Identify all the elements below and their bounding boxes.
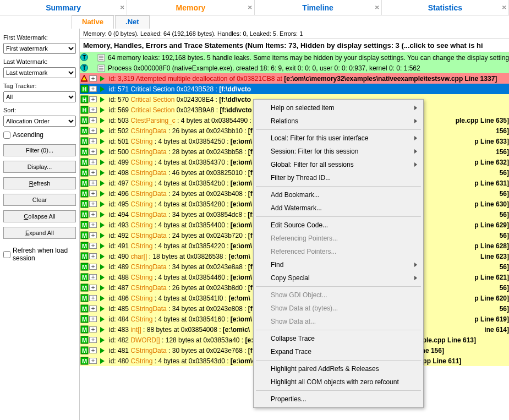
row-kind-icon: M (80, 294, 89, 303)
expand-toggle[interactable]: + (89, 358, 97, 364)
sort-select[interactable]: Allocation Order (3, 116, 76, 127)
row-text: id: 486 CString : 4 bytes at 0x038541f0 … (107, 294, 250, 302)
subtab-dotnet[interactable]: .Net (115, 15, 150, 29)
info-row[interactable]: T 64 memory leaks: 192,168 bytes. 5 hand… (80, 52, 509, 63)
expand-toggle[interactable]: + (89, 306, 97, 312)
expand-toggle[interactable]: + (89, 190, 97, 197)
expand-toggle[interactable]: + (89, 222, 97, 228)
collapse-all-button[interactable]: Collapse All (3, 210, 76, 222)
arrow-icon (98, 231, 107, 240)
expand-toggle[interactable]: + (89, 243, 97, 249)
expand-toggle[interactable]: + (89, 232, 97, 238)
expand-toggle[interactable]: + (89, 86, 97, 92)
display-button[interactable]: Display... (3, 161, 76, 173)
row-kind-icon: M (80, 189, 89, 198)
list-header[interactable]: Memory, Handles, Errors and Trace Statem… (80, 39, 509, 52)
menu-edit-source[interactable]: Edit Source Code... (255, 219, 422, 232)
close-icon[interactable]: ✕ (120, 4, 124, 10)
row-text: id: 491 CString : 4 bytes at 0x03854220 … (107, 242, 252, 250)
expand-toggle[interactable]: + (89, 170, 97, 176)
subtab-native[interactable]: Native (72, 15, 114, 29)
menu-copy-special[interactable]: Copy Special (255, 271, 422, 285)
row-text: id: 488 CString : 4 bytes at 0x03854460 … (107, 274, 252, 281)
filter-button[interactable]: Filter (0)... (3, 144, 76, 156)
expand-toggle[interactable]: + (89, 128, 97, 134)
row-text: id: 489 CStringData : 34 bytes at 0x0243… (107, 263, 255, 271)
svg-text:H: H (82, 86, 86, 92)
menu-expand-trace[interactable]: Expand Trace (255, 345, 422, 358)
menu-highlight-addrefs[interactable]: Highlight paired AddRefs & Releases (255, 362, 422, 375)
tab-memory[interactable]: Memory✕ (127, 0, 254, 15)
menu-separator (256, 186, 421, 187)
selected-row[interactable]: H + id: 571 Critical Section 0x0243B528 … (80, 84, 509, 94)
expand-toggle[interactable]: + (89, 316, 97, 322)
tab-summary[interactable]: Summary✕ (0, 0, 127, 15)
svg-text:M: M (81, 159, 86, 166)
refresh-load-checkbox[interactable] (3, 251, 10, 258)
row-kind-icon: M (80, 336, 89, 345)
menu-add-bookmark[interactable]: Add Bookmark... (255, 188, 422, 201)
arrow-icon (98, 74, 107, 83)
expand-toggle[interactable]: + (89, 264, 97, 270)
svg-text:M: M (81, 201, 86, 208)
menu-add-watermark[interactable]: Add Watermark... (255, 201, 422, 215)
clear-button[interactable]: Clear (3, 194, 76, 206)
expand-toggle[interactable]: + (89, 285, 97, 291)
menu-session-filter[interactable]: Session: Filter for this session (255, 145, 422, 158)
close-icon[interactable]: ✕ (502, 4, 506, 10)
ascending-checkbox[interactable] (3, 132, 10, 139)
row-kind-icon: M (80, 148, 89, 156)
info-row[interactable]: T Process 0x000008F0 (nativeExample.exe)… (80, 63, 509, 73)
row-kind-icon: M (80, 158, 89, 167)
menu-local-filter[interactable]: Local: Filter for this user interface (255, 132, 422, 145)
tag-tracker-select[interactable]: All (3, 91, 76, 102)
row-tail: 56] (500, 190, 509, 198)
row-kind-icon: H (80, 106, 89, 114)
arrow-icon (98, 242, 107, 250)
error-row[interactable]: + id: 3,319 Attempted multiple deallocat… (80, 73, 509, 84)
menu-properties[interactable]: Properties... (255, 392, 422, 406)
h-icon: H (80, 85, 89, 94)
expand-toggle[interactable]: + (89, 253, 97, 259)
expand-toggle[interactable]: + (89, 138, 97, 144)
expand-toggle[interactable]: + (89, 180, 97, 186)
top-tabs: Summary✕ Memory✕ Timeline✕ Statistics✕ (0, 0, 509, 15)
expand-toggle[interactable]: + (89, 326, 97, 332)
expand-all-button[interactable]: Expand All (3, 227, 76, 239)
menu-collapse-trace[interactable]: Collapse Trace (255, 332, 422, 345)
arrow-icon (98, 137, 107, 146)
refresh-button[interactable]: Refresh (3, 177, 76, 189)
tab-statistics[interactable]: Statistics✕ (382, 0, 509, 15)
expand-toggle[interactable]: + (89, 201, 97, 207)
last-watermark-label: Last Watermark: (3, 58, 76, 65)
menu-find[interactable]: Find (255, 258, 422, 271)
tab-timeline[interactable]: Timeline✕ (255, 0, 382, 15)
last-watermark-select[interactable]: Last watermark (3, 67, 76, 78)
expand-toggle[interactable]: + (89, 159, 97, 165)
menu-show-data-bytes: Show Data at (bytes)... (255, 302, 422, 315)
expand-toggle[interactable]: + (89, 211, 97, 217)
close-icon[interactable]: ✕ (248, 4, 252, 10)
expand-toggle[interactable]: + (89, 75, 97, 81)
row-text: id: 493 CString : 4 bytes at 0x03854400 … (107, 221, 252, 229)
expand-toggle[interactable]: + (89, 117, 97, 123)
svg-text:M: M (81, 316, 86, 323)
expand-toggle[interactable]: + (89, 107, 97, 113)
expand-toggle[interactable]: + (89, 347, 97, 353)
expand-toggle[interactable]: + (89, 295, 97, 301)
menu-highlight-com[interactable]: Highlight all COM objects with zero refc… (255, 375, 422, 389)
menu-thread-filter[interactable]: Filter by Thread ID... (255, 171, 422, 184)
menu-help[interactable]: Help on selected item (255, 101, 422, 114)
expand-toggle[interactable]: + (89, 149, 97, 155)
arrow-icon (98, 85, 107, 94)
menu-global-filter[interactable]: Global: Filter for all sessions (255, 158, 422, 171)
first-watermark-select[interactable]: First watermark (3, 43, 76, 54)
expand-toggle[interactable]: + (89, 96, 97, 102)
expand-toggle[interactable]: + (89, 274, 97, 280)
info-icon (97, 64, 106, 73)
close-icon[interactable]: ✕ (375, 4, 379, 10)
menu-relations[interactable]: Relations (255, 114, 422, 128)
row-tail: p Line 620] (474, 294, 509, 302)
svg-text:M: M (81, 326, 86, 333)
expand-toggle[interactable]: + (89, 337, 97, 343)
